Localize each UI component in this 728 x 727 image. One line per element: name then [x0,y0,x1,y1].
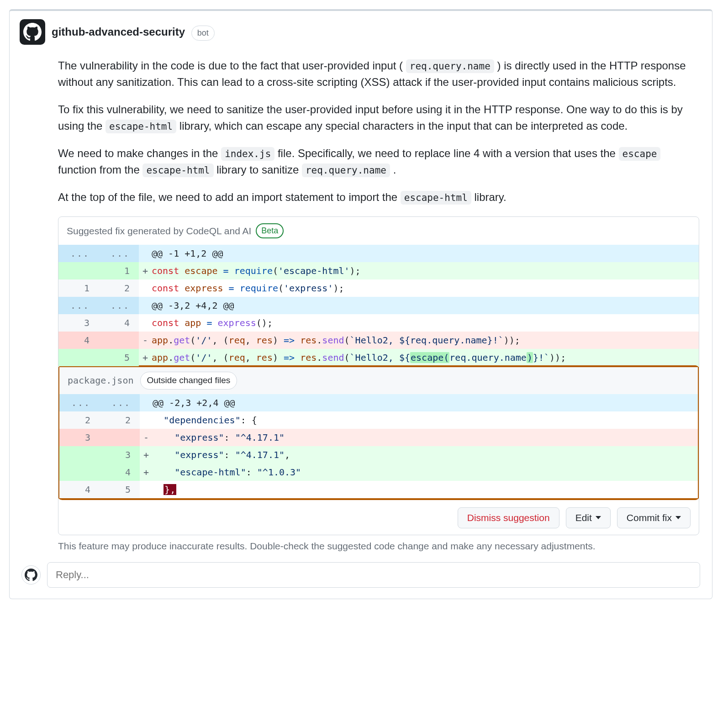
diff-row-added: 4+ "escape-html": "^1.0.3" [59,464,698,481]
code-req-query-name-2: req.query.name [302,163,390,177]
author-line: github-advanced-security bot [52,24,215,41]
comment-header: github-advanced-security bot [10,11,712,47]
diff-row-deleted: 4- app.get('/', (req, res) => res.send(`… [58,332,699,349]
beta-badge: Beta [256,223,284,238]
chevron-down-icon [675,516,681,519]
diff-hunk: ...... @@ -2,3 +2,4 @@ [59,394,698,411]
suggestion-box: Suggested fix generated by CodeQL and AI… [58,216,699,535]
suggestion-actions: Dismiss suggestion Edit Commit fix [58,499,699,535]
paragraph-2: To fix this vulnerability, we need to sa… [58,101,699,134]
reply-row [10,553,712,588]
chevron-down-icon [596,516,601,519]
paragraph-1: The vulnerability in the code is due to … [58,58,699,90]
file-name: package.json [68,374,134,387]
paragraph-3: We need to make changes in the index.js … [58,145,699,178]
diff-row-context: 12 const express = require('express'); [58,279,699,297]
github-avatar [20,19,45,45]
code-req-query-name: req.query.name [406,59,494,73]
code-escape-html-3: escape-html [401,191,471,205]
highlighted-section: package.json Outside changed files .....… [58,365,699,500]
disclaimer-text: This feature may produce inaccurate resu… [10,535,712,553]
bot-badge: bot [191,26,215,41]
code-index-js: index.js [221,147,274,161]
dismiss-suggestion-button[interactable]: Dismiss suggestion [458,507,559,528]
file-header: package.json Outside changed files [59,367,698,394]
diff-row-added: 5+ app.get('/', (req, res) => res.send(`… [58,349,699,366]
code-escape-html-2: escape-html [142,163,213,177]
diff-row-context: 34 const app = express(); [58,314,699,332]
diff-row-context: 22 "dependencies": { [59,411,698,429]
commit-fix-button[interactable]: Commit fix [617,507,691,528]
code-escape: escape [619,147,661,161]
diff-row-added: 3+ "express": "^4.17.1", [59,446,698,464]
user-avatar [21,565,41,585]
suggestion-header: Suggested fix generated by CodeQL and AI… [58,217,699,245]
diff-row-deleted: 3- "express": "^4.17.1" [59,429,698,446]
reply-input[interactable] [47,562,700,588]
comment-container: github-advanced-security bot The vulnera… [9,9,712,599]
diff-hunk: ...... @@ -1 +1,2 @@ [58,245,699,262]
outside-changed-files-badge: Outside changed files [140,372,237,390]
github-mark-icon [23,23,42,41]
edit-button[interactable]: Edit [566,507,611,528]
diff-row-context: 45 }, [59,481,698,498]
comment-body: The vulnerability in the code is due to … [10,47,712,205]
code-escape-html: escape-html [106,120,176,133]
diff-row-added: 1+ const escape = require('escape-html')… [58,262,699,279]
diff-hunk: ...... @@ -3,2 +4,2 @@ [58,297,699,314]
author-name[interactable]: github-advanced-security [52,26,185,38]
paragraph-4: At the top of the file, we need to add a… [58,189,699,205]
octocat-icon [25,569,37,581]
